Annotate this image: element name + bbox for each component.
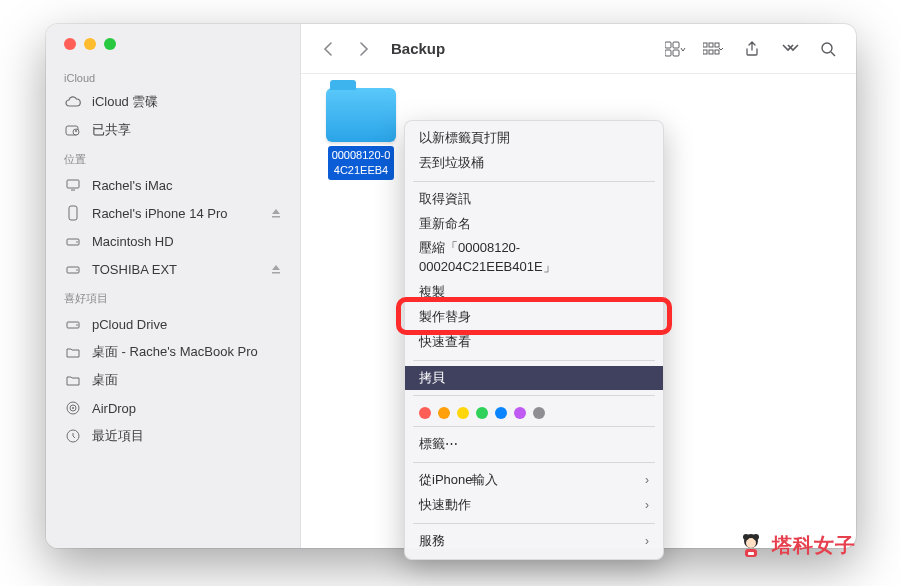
sidebar-item[interactable]: 桌面 [46, 366, 300, 394]
tag-color-dot[interactable] [476, 407, 488, 419]
svg-rect-18 [673, 42, 679, 48]
disk-icon [64, 234, 82, 248]
sidebar-item-label: 已共享 [92, 121, 131, 139]
menu-item-label: 複製 [419, 283, 445, 302]
menu-item[interactable]: 以新標籤頁打開 [405, 126, 663, 151]
tag-color-dot[interactable] [457, 407, 469, 419]
sidebar-item[interactable]: AirDrop [46, 394, 300, 422]
sidebar-item-label: Rachel's iPhone 14 Pro [92, 206, 227, 221]
svg-rect-25 [709, 50, 713, 54]
context-menu: 以新標籤頁打開丟到垃圾桶取得資訊重新命名壓縮「00008120-000204C2… [404, 120, 664, 560]
watermark-avatar-icon [736, 530, 766, 560]
sidebar-item-label: iCloud 雲碟 [92, 93, 158, 111]
svg-rect-17 [665, 42, 671, 48]
menu-item[interactable]: 製作替身 [405, 305, 663, 330]
folder-label: 00008120-04C21EEB4 [328, 146, 395, 180]
svg-point-9 [76, 269, 78, 271]
tag-color-dot[interactable] [438, 407, 450, 419]
menu-item[interactable]: 快速動作› [405, 493, 663, 518]
minimize-button[interactable] [84, 38, 96, 50]
sidebar-item[interactable]: iCloud 雲碟 [46, 88, 300, 116]
shared-icon [64, 123, 82, 137]
menu-item[interactable]: 快速查看 [405, 330, 663, 355]
sidebar-item-label: TOSHIBA EXT [92, 262, 177, 277]
menu-item-label: 從iPhone輸入 [419, 471, 498, 490]
watermark: 塔科女子 [736, 530, 856, 560]
svg-rect-26 [715, 50, 719, 54]
clock-icon [64, 428, 82, 444]
tag-color-dot[interactable] [514, 407, 526, 419]
sidebar-item-label: 桌面 [92, 371, 118, 389]
svg-point-27 [822, 43, 832, 53]
svg-rect-4 [69, 206, 77, 220]
menu-item[interactable]: 複製 [405, 280, 663, 305]
menu-item-label: 服務 [419, 532, 445, 551]
group-button[interactable] [700, 36, 728, 62]
sidebar-item[interactable]: 已共享 [46, 116, 300, 144]
tag-color-row[interactable] [405, 401, 663, 421]
chevron-right-icon: › [645, 472, 649, 489]
iphone-icon [64, 205, 82, 221]
menu-item[interactable]: 從iPhone輸入› [405, 468, 663, 493]
folder-item[interactable]: 00008120-04C21EEB4 [315, 88, 407, 180]
sidebar-item-label: 桌面 - Rache's MacBook Pro [92, 343, 258, 361]
view-mode-button[interactable] [662, 36, 690, 62]
window-title: Backup [391, 40, 445, 57]
menu-item-label: 標籤⋯ [419, 435, 458, 454]
toolbar: Backup [301, 24, 856, 74]
menu-item[interactable]: 取得資訊 [405, 187, 663, 212]
folder-icon [326, 88, 396, 142]
menu-item-label: 快速查看 [419, 333, 471, 352]
svg-rect-23 [715, 43, 719, 47]
sidebar-section-label: iCloud [46, 64, 300, 88]
svg-rect-24 [703, 50, 707, 54]
menu-item[interactable]: 標籤⋯ [405, 432, 663, 457]
menu-item-label: 壓縮「00008120-000204C21EEB401E」 [419, 239, 649, 277]
airdrop-icon [64, 400, 82, 416]
sidebar-item[interactable]: Rachel's iPhone 14 Pro [46, 199, 300, 227]
svg-point-12 [76, 324, 78, 326]
menu-item-label: 以新標籤頁打開 [419, 129, 510, 148]
svg-rect-3 [67, 180, 79, 188]
imac-icon [64, 178, 82, 192]
close-button[interactable] [64, 38, 76, 50]
menu-item[interactable]: 重新命名 [405, 212, 663, 237]
menu-item[interactable]: 服務› [405, 529, 663, 554]
share-button[interactable] [738, 36, 766, 62]
menu-item[interactable]: 丟到垃圾桶 [405, 151, 663, 176]
tag-color-dot[interactable] [495, 407, 507, 419]
svg-point-32 [753, 534, 759, 540]
menu-item-label: 快速動作 [419, 496, 471, 515]
sidebar-item-label: AirDrop [92, 401, 136, 416]
svg-rect-10 [272, 272, 280, 274]
sidebar-item[interactable]: Rachel's iMac [46, 171, 300, 199]
window-controls [46, 38, 300, 50]
sidebar-item[interactable]: 最近項目 [46, 422, 300, 450]
menu-item-label: 取得資訊 [419, 190, 471, 209]
tag-color-dot[interactable] [533, 407, 545, 419]
maximize-button[interactable] [104, 38, 116, 50]
eject-icon[interactable] [270, 263, 282, 275]
search-button[interactable] [814, 36, 842, 62]
sidebar-item[interactable]: TOSHIBA EXT [46, 255, 300, 283]
sidebar-section-label: 位置 [46, 144, 300, 171]
menu-item[interactable]: 拷貝 [405, 366, 663, 391]
sidebar-item[interactable]: pCloud Drive [46, 310, 300, 338]
sidebar-item[interactable]: 桌面 - Rache's MacBook Pro [46, 338, 300, 366]
eject-icon[interactable] [270, 207, 282, 219]
tag-color-dot[interactable] [419, 407, 431, 419]
forward-button[interactable] [351, 36, 377, 62]
menu-item-label: 重新命名 [419, 215, 471, 234]
svg-rect-22 [709, 43, 713, 47]
back-button[interactable] [315, 36, 341, 62]
sidebar-item-label: Macintosh HD [92, 234, 174, 249]
svg-rect-33 [748, 552, 754, 555]
more-button[interactable] [776, 36, 804, 62]
svg-rect-20 [673, 50, 679, 56]
sidebar-item-label: Rachel's iMac [92, 178, 173, 193]
svg-point-15 [72, 407, 74, 409]
svg-point-2 [75, 130, 77, 132]
menu-item[interactable]: 壓縮「00008120-000204C21EEB401E」 [405, 236, 663, 280]
svg-point-7 [76, 241, 78, 243]
sidebar-item[interactable]: Macintosh HD [46, 227, 300, 255]
